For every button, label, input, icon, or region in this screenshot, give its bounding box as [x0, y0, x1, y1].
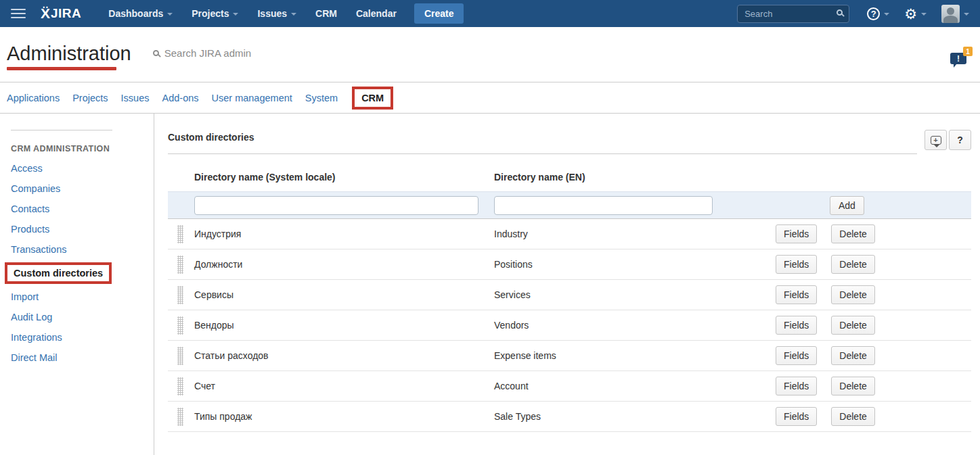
help-button[interactable]: ? — [949, 130, 971, 150]
table-row: СчетAccountFieldsDelete — [168, 371, 971, 402]
directory-name-en: Positions — [494, 259, 776, 270]
delete-button[interactable]: Delete — [831, 407, 874, 426]
help-icon: ? — [867, 7, 880, 20]
crm-admin-sidebar: CRM ADMINISTRATION AccessCompaniesContac… — [0, 114, 154, 455]
chevron-down-icon — [291, 13, 296, 16]
admin-header: Administration ! 1 — [0, 27, 980, 82]
drag-handle-icon[interactable] — [177, 316, 183, 335]
table-row: СервисыServicesFieldsDelete — [168, 280, 971, 310]
global-search — [737, 5, 849, 23]
gear-icon: ⚙ — [904, 7, 917, 21]
drag-handle-icon[interactable] — [177, 225, 183, 243]
sidebar-item-companies[interactable]: Companies — [11, 183, 154, 194]
user-menu[interactable] — [941, 5, 969, 23]
custom-directories-panel: Custom directories + ? Directory name (S… — [154, 114, 980, 455]
topnav-item-issues[interactable]: Issues — [248, 8, 306, 19]
search-icon — [837, 9, 843, 16]
topnav-item-crm[interactable]: CRM — [306, 8, 347, 19]
tab-add-ons[interactable]: Add-ons — [162, 90, 199, 106]
delete-button[interactable]: Delete — [831, 377, 874, 396]
sidebar-item-import[interactable]: Import — [11, 291, 154, 302]
topnav-item-label: Projects — [192, 8, 229, 19]
directory-name-locale: Статьи расходов — [194, 350, 494, 361]
sidebar-item-custom-directories[interactable]: Custom directories — [5, 262, 112, 284]
directory-name-en: Account — [494, 381, 776, 391]
fields-button[interactable]: Fields — [776, 316, 817, 335]
page-title: Administration — [7, 43, 131, 65]
admin-settings-menu[interactable]: ⚙ — [904, 7, 927, 21]
directory-name-locale: Индустрия — [194, 229, 494, 239]
fields-button[interactable]: Fields — [776, 285, 817, 304]
drag-handle-icon[interactable] — [177, 408, 183, 426]
topnav-item-label: Dashboards — [108, 8, 163, 19]
topnav-item-projects[interactable]: Projects — [182, 8, 248, 19]
topnav-item-label: CRM — [315, 8, 337, 19]
directory-name-locale: Сервисы — [194, 289, 494, 300]
add-button[interactable]: Add — [830, 196, 864, 215]
sidebar-item-audit-log[interactable]: Audit Log — [11, 312, 154, 322]
tab-applications[interactable]: Applications — [7, 90, 60, 106]
annotation-underline — [7, 67, 116, 70]
topnav-item-calendar[interactable]: Calendar — [347, 8, 406, 19]
jira-logo[interactable]: Ẍ JIRA — [41, 5, 81, 22]
top-navigation-bar: Ẍ JIRA DashboardsProjectsIssuesCRMCalend… — [0, 0, 980, 27]
delete-button[interactable]: Delete — [831, 346, 874, 365]
directory-name-en: Industry — [494, 229, 776, 239]
delete-button[interactable]: Delete — [831, 285, 874, 304]
delete-button[interactable]: Delete — [831, 224, 874, 243]
feedback-button[interactable]: + — [925, 130, 947, 150]
section-title: Custom directories — [168, 132, 254, 143]
admin-search-input[interactable] — [164, 47, 313, 59]
chevron-down-icon — [921, 13, 927, 16]
topnav-item-label: Issues — [257, 8, 287, 19]
chevron-down-icon — [964, 13, 969, 16]
new-directory-name-locale-input[interactable] — [194, 196, 478, 215]
drag-handle-icon[interactable] — [177, 347, 183, 365]
column-header-locale: Directory name (System locale) — [194, 172, 494, 183]
delete-button[interactable]: Delete — [831, 316, 874, 335]
fields-button[interactable]: Fields — [776, 224, 817, 243]
directory-name-locale: Счет — [194, 381, 494, 391]
custom-directories-table: Directory name (System locale) Directory… — [168, 166, 971, 432]
topnav-item-dashboards[interactable]: Dashboards — [99, 8, 182, 19]
topnav-item-label: Calendar — [356, 8, 397, 19]
sidebar-item-products[interactable]: Products — [11, 224, 154, 235]
directory-name-locale: Типы продаж — [194, 411, 494, 422]
drag-handle-icon[interactable] — [177, 377, 183, 396]
topnav-menu: DashboardsProjectsIssuesCRMCalendar — [99, 8, 406, 19]
fields-button[interactable]: Fields — [776, 255, 817, 274]
column-header-en: Directory name (EN) — [494, 172, 776, 183]
tab-user-management[interactable]: User management — [212, 90, 292, 106]
fields-button[interactable]: Fields — [776, 346, 817, 365]
directory-name-en: Services — [494, 289, 776, 300]
table-row: ДолжностиPositionsFieldsDelete — [168, 249, 971, 280]
admin-tabbar: ApplicationsProjectsIssuesAdd-onsUser ma… — [0, 82, 980, 114]
drag-handle-icon[interactable] — [177, 256, 183, 274]
global-search-input[interactable] — [737, 5, 849, 23]
sidebar-item-contacts[interactable]: Contacts — [11, 203, 154, 214]
tab-projects[interactable]: Projects — [72, 90, 108, 106]
directory-name-locale: Должности — [194, 259, 494, 270]
sidebar-item-direct-mail[interactable]: Direct Mail — [11, 352, 154, 363]
admin-search — [153, 47, 313, 59]
sidebar-item-transactions[interactable]: Transactions — [11, 244, 154, 255]
sidebar-item-access[interactable]: Access — [11, 163, 154, 174]
directory-name-locale: Вендоры — [194, 320, 494, 331]
help-menu[interactable]: ? — [867, 7, 889, 20]
sidebar-item-integrations[interactable]: Integrations — [11, 332, 154, 343]
tab-system[interactable]: System — [305, 90, 338, 106]
new-directory-name-en-input[interactable] — [494, 196, 713, 215]
chevron-down-icon — [167, 13, 173, 16]
drag-handle-icon[interactable] — [177, 286, 183, 304]
fields-button[interactable]: Fields — [776, 377, 817, 396]
search-icon — [153, 50, 159, 56]
tab-issues[interactable]: Issues — [121, 90, 150, 106]
add-directory-row: Add — [168, 191, 971, 219]
fields-button[interactable]: Fields — [776, 407, 817, 426]
table-row: ВендорыVendorsFieldsDelete — [168, 310, 971, 341]
feedback-notification-button[interactable]: ! 1 — [950, 53, 966, 64]
delete-button[interactable]: Delete — [831, 255, 874, 274]
tab-crm[interactable]: CRM — [352, 87, 393, 110]
app-switcher-icon[interactable] — [11, 9, 26, 18]
create-button[interactable]: Create — [414, 3, 464, 24]
